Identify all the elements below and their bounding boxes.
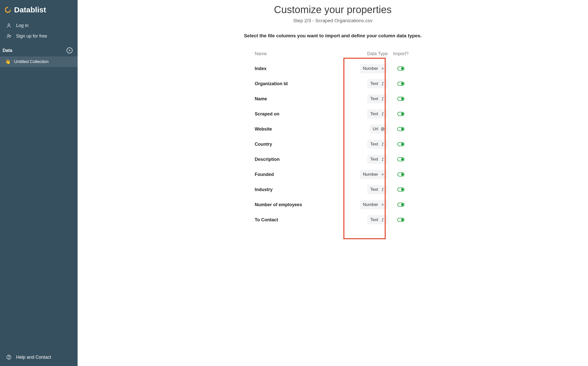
import-cell <box>391 112 411 116</box>
collection-label: Untitled Collection <box>14 59 49 64</box>
section-label: Data <box>3 48 12 53</box>
svg-point-4 <box>9 358 9 358</box>
nav-item-label: Log in <box>16 23 28 28</box>
table-row: Scraped onText <box>252 106 413 121</box>
toggle-knob <box>401 67 404 70</box>
wave-emoji-icon: 👋 <box>5 59 11 65</box>
data-type-selector[interactable]: Text <box>367 215 388 224</box>
sidebar-footer: Help and Contact <box>0 349 78 366</box>
text-type-icon <box>381 142 385 146</box>
data-type-selector[interactable]: Text <box>367 140 388 149</box>
help-label: Help and Contact <box>16 355 51 360</box>
add-collection-button[interactable] <box>67 47 73 53</box>
url-type-icon <box>381 127 385 131</box>
toggle-knob <box>401 158 404 161</box>
type-label: Text <box>370 96 378 101</box>
import-toggle[interactable] <box>397 112 404 116</box>
data-type-selector[interactable]: Text <box>367 79 388 88</box>
row-name: Index <box>255 66 350 71</box>
import-cell <box>391 82 411 86</box>
nav-list: Log in Sign up for free <box>0 17 78 43</box>
toggle-knob <box>401 188 404 191</box>
import-toggle[interactable] <box>397 203 404 207</box>
row-name: Name <box>255 96 350 102</box>
type-cell: Text <box>350 79 391 88</box>
import-toggle[interactable] <box>397 82 404 86</box>
type-cell: Url <box>350 125 391 134</box>
data-type-selector[interactable]: Text <box>367 94 388 103</box>
nav-item-login[interactable]: Log in <box>0 20 78 31</box>
import-cell <box>391 188 411 192</box>
svg-point-2 <box>8 34 9 36</box>
data-type-selector[interactable]: Text <box>367 109 388 118</box>
type-label: Number <box>363 172 378 177</box>
text-type-icon <box>381 112 385 116</box>
text-type-icon <box>381 218 385 222</box>
table-row: NameText <box>252 91 413 106</box>
import-toggle[interactable] <box>397 67 404 71</box>
sidebar-section-data: Data <box>0 43 78 56</box>
data-type-selector[interactable]: Text <box>367 155 388 164</box>
type-cell: Text <box>350 185 391 194</box>
page-instruction: Select the file columns you want to impo… <box>88 33 578 39</box>
toggle-knob <box>401 128 404 130</box>
type-cell: Text <box>350 94 391 103</box>
table-row: CountryText <box>252 137 413 152</box>
brand[interactable]: Datablist <box>0 0 78 17</box>
type-label: Number <box>363 66 378 71</box>
column-header-import: Import? <box>391 51 411 56</box>
data-type-selector[interactable]: Text <box>367 185 388 194</box>
import-cell <box>391 172 411 176</box>
row-name: To Contact <box>255 217 350 223</box>
table-row: FoundedNumber <box>252 167 413 182</box>
sidebar-item-untitled-collection[interactable]: 👋 Untitled Collection <box>0 56 78 67</box>
import-cell <box>391 157 411 161</box>
text-type-icon <box>381 82 385 86</box>
toggle-knob <box>401 203 404 206</box>
column-header-data-type: Data Type <box>350 51 391 56</box>
main-content: Customize your properties Step 2/3 - Scr… <box>78 0 588 366</box>
data-type-selector[interactable]: Url <box>370 125 388 134</box>
type-cell: Text <box>350 155 391 164</box>
svg-point-1 <box>8 24 10 25</box>
data-type-selector[interactable]: Number <box>360 64 388 73</box>
text-type-icon <box>381 188 385 192</box>
table-row: DescriptionText <box>252 152 413 167</box>
import-cell <box>391 67 411 71</box>
help-and-contact[interactable]: Help and Contact <box>6 354 72 360</box>
import-cell <box>391 127 411 131</box>
toggle-knob <box>401 98 404 100</box>
nav-item-signup[interactable]: Sign up for free <box>0 31 78 41</box>
type-cell: Text <box>350 109 391 118</box>
import-toggle[interactable] <box>397 218 404 222</box>
row-name: Organization Id <box>255 81 350 86</box>
toggle-knob <box>401 173 404 176</box>
text-type-icon <box>381 157 385 161</box>
properties-table: Name Data Type Import? IndexNumberOrgani… <box>252 50 413 227</box>
row-name: Scraped on <box>255 111 350 117</box>
import-cell <box>391 142 411 146</box>
import-toggle[interactable] <box>397 188 404 192</box>
brand-name: Datablist <box>14 6 46 14</box>
toggle-knob <box>401 113 404 115</box>
import-toggle[interactable] <box>397 97 404 101</box>
data-type-selector[interactable]: Number <box>360 170 388 179</box>
row-name: Description <box>255 157 350 162</box>
number-type-icon <box>381 67 385 71</box>
type-label: Text <box>370 142 378 147</box>
import-toggle[interactable] <box>397 127 404 131</box>
number-type-icon <box>381 172 385 176</box>
number-type-icon <box>381 203 385 207</box>
import-toggle[interactable] <box>397 157 404 161</box>
table-row: IndustryText <box>252 182 413 197</box>
import-toggle[interactable] <box>397 172 404 176</box>
row-name: Industry <box>255 187 350 192</box>
import-cell <box>391 97 411 101</box>
type-cell: Number <box>350 200 391 209</box>
data-type-selector[interactable]: Number <box>360 200 388 209</box>
help-icon <box>6 354 12 360</box>
row-name: Founded <box>255 172 350 177</box>
toggle-knob <box>401 143 404 145</box>
type-label: Text <box>370 187 378 192</box>
import-toggle[interactable] <box>397 142 404 146</box>
